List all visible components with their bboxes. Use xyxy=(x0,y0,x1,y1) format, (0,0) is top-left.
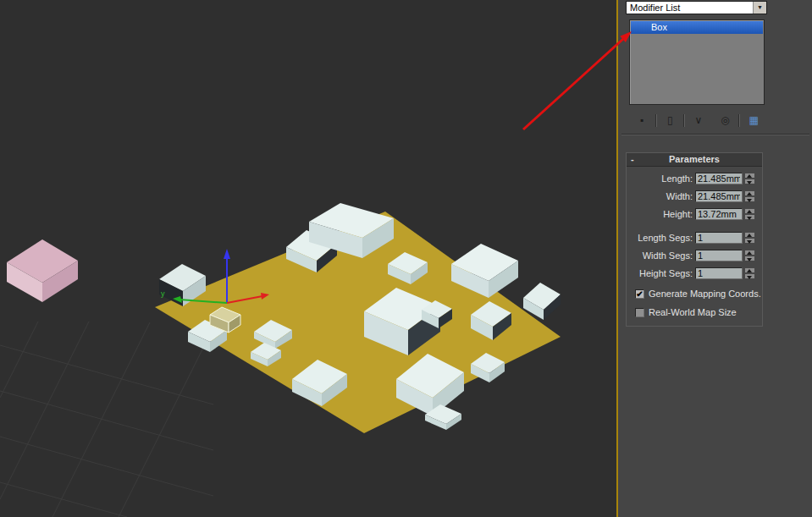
modifier-stack-item-box[interactable]: Box xyxy=(631,21,763,34)
real-world-map-size-checkbox[interactable] xyxy=(635,308,644,317)
length-row: Length: xyxy=(627,173,762,185)
height-row: Height: xyxy=(627,208,762,221)
chevron-down-icon[interactable]: ▼ xyxy=(753,2,766,14)
spinner-down-button[interactable] xyxy=(744,238,755,244)
spinner-up-button[interactable] xyxy=(744,173,755,179)
width-segs-spinner xyxy=(744,250,755,261)
spinner-up-button[interactable] xyxy=(744,208,755,214)
length-segs-row: Length Segs: xyxy=(627,232,762,245)
length-label: Length: xyxy=(627,173,693,185)
width-segs-label: Width Segs: xyxy=(627,250,693,262)
width-spinner xyxy=(744,190,755,202)
real-world-map-size-row: Real-World Map Size xyxy=(627,307,762,319)
height-spinner xyxy=(744,208,755,220)
modifier-list-dropdown[interactable]: Modifier List ▼ xyxy=(626,1,767,14)
parameters-rollout-header[interactable]: - Parameters xyxy=(627,153,762,167)
spinner-down-button[interactable] xyxy=(744,196,755,202)
collapse-icon[interactable]: - xyxy=(631,153,634,166)
make-unique-icon[interactable]: ∨ xyxy=(685,113,712,128)
height-segs-label: Height Segs: xyxy=(627,267,693,280)
parameters-rollout: - Parameters Length: Width: Height: Leng… xyxy=(626,152,763,327)
parameters-rollout-title: Parameters xyxy=(669,154,720,164)
panel-divider xyxy=(621,134,809,135)
length-segs-label: Length Segs: xyxy=(627,232,693,245)
spinner-up-button[interactable] xyxy=(744,250,755,256)
pin-stack-icon[interactable]: ▪ xyxy=(628,113,655,128)
width-segs-input[interactable] xyxy=(695,250,743,261)
height-input[interactable] xyxy=(695,208,743,220)
spinner-down-button[interactable] xyxy=(744,179,755,184)
height-segs-spinner xyxy=(744,267,755,279)
spinner-down-button[interactable] xyxy=(744,214,755,220)
width-row: Width: xyxy=(627,190,762,203)
modifier-stack-toolbar: ▪ ▯ ∨ ◎ ▦ xyxy=(628,111,767,129)
modifier-list-label: Modifier List xyxy=(630,3,680,13)
generate-mapping-coords-checkbox[interactable]: ✔ xyxy=(635,289,644,299)
height-segs-input[interactable] xyxy=(695,267,743,279)
spinner-down-button[interactable] xyxy=(744,256,755,261)
ground-grid xyxy=(0,322,216,517)
app-window: y Modifier List ▼ Box ▪ ▯ ∨ ◎ ▦ - Parame… xyxy=(0,0,812,517)
length-spinner xyxy=(744,173,755,184)
gizmo-y-axis-label: y xyxy=(161,289,165,298)
height-label: Height: xyxy=(627,208,693,221)
pink-box-object[interactable] xyxy=(7,239,78,302)
spinner-down-button[interactable] xyxy=(744,273,755,279)
height-segs-row: Height Segs: xyxy=(627,267,762,280)
spinner-up-button[interactable] xyxy=(744,267,755,273)
configure-modifier-sets-icon[interactable]: ▦ xyxy=(740,113,767,128)
generate-mapping-coords-row: ✔ Generate Mapping Coords. xyxy=(627,289,762,300)
spinner-up-button[interactable] xyxy=(744,232,755,238)
command-panel: Modifier List ▼ Box ▪ ▯ ∨ ◎ ▦ - Paramete… xyxy=(616,0,812,517)
spinner-up-button[interactable] xyxy=(744,190,755,196)
length-segs-spinner xyxy=(744,232,755,244)
real-world-map-size-label: Real-World Map Size xyxy=(649,307,737,318)
modifier-stack-list[interactable]: Box xyxy=(629,19,765,105)
gizmo-z-axis-handle xyxy=(224,249,230,259)
width-input[interactable] xyxy=(695,190,743,202)
remove-modifier-icon[interactable]: ◎ xyxy=(712,113,739,128)
length-input[interactable] xyxy=(695,173,743,184)
length-segs-input[interactable] xyxy=(695,232,743,244)
width-label: Width: xyxy=(627,190,693,203)
show-end-result-icon[interactable]: ▯ xyxy=(657,113,684,128)
width-segs-row: Width Segs: xyxy=(627,250,762,262)
generate-mapping-coords-label: Generate Mapping Coords. xyxy=(649,289,761,300)
